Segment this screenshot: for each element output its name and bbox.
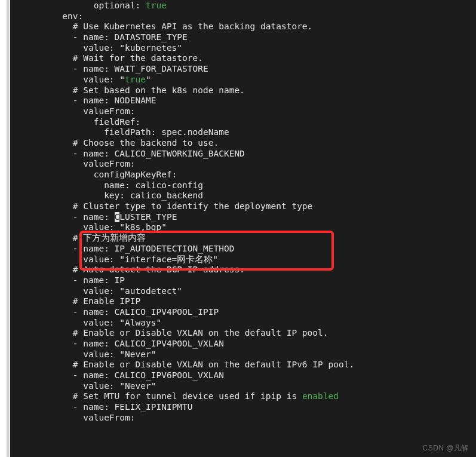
- code-line: value: "true": [10, 75, 476, 85]
- code-line: - name: IP: [10, 275, 476, 286]
- code-line: valueFrom:: [10, 413, 476, 424]
- left-gutter-shadow: [7, 0, 9, 457]
- code-line: # Cluster type to identify the deploymen…: [10, 201, 476, 212]
- code-line: - name: FELIX_IPINIPMTU: [10, 402, 476, 413]
- terminal-code-block: optional: true env: # Use Kubernetes API…: [10, 0, 476, 457]
- keyword-highlight: enabled: [302, 391, 339, 401]
- code-line: value: "Never": [10, 349, 476, 360]
- code-line: configMapKeyRef:: [10, 170, 476, 180]
- code-line: value: "kubernetes": [10, 43, 476, 54]
- code-line: # Set MTU for tunnel device used if ipip…: [10, 391, 476, 402]
- code-line: value: "Always": [10, 318, 476, 329]
- code-line: - name: CALICO_IPV4POOL_VXLAN: [10, 339, 476, 349]
- code-line: value: "Never": [10, 381, 476, 392]
- code-line: valueFrom:: [10, 106, 476, 117]
- code-line: - name: NODENAME: [10, 96, 476, 106]
- code-line: # Choose the backend to use.: [10, 138, 476, 149]
- code-line: optional: true: [10, 1, 476, 11]
- code-line: - name: CALICO_NETWORKING_BACKEND: [10, 149, 476, 160]
- code-line: # 下方为新增内容: [10, 233, 476, 244]
- code-line: - name: CALICO_IPV6POOL_VXLAN: [10, 370, 476, 381]
- code-line: # Auto-detect the BGP IP address.: [10, 265, 476, 275]
- code-line: - name: CALICO_IPV4POOL_IPIP: [10, 307, 476, 318]
- watermark-text: CSDN @凡解: [422, 443, 469, 453]
- code-line: name: calico-config: [10, 180, 476, 191]
- code-line: value: "k8s,bgp": [10, 222, 476, 233]
- code-line: - name: DATASTORE_TYPE: [10, 32, 476, 43]
- code-line: # Use Kubernetes API as the backing data…: [10, 22, 476, 32]
- code-line: fieldRef:: [10, 117, 476, 128]
- code-line: valueFrom:: [10, 159, 476, 170]
- code-line: value: "interface=网卡名称": [10, 254, 476, 265]
- code-line: # Enable or Disable VXLAN on the default…: [10, 328, 476, 339]
- code-line: # Enable IPIP: [10, 296, 476, 307]
- keyword-highlight: true: [125, 75, 146, 84]
- left-gutter: [0, 0, 9, 457]
- code-line: # Enable or Disable VXLAN on the default…: [10, 360, 476, 370]
- code-line: value: "autodetect": [10, 286, 476, 297]
- code-line: - name: WAIT_FOR_DATASTORE: [10, 64, 476, 75]
- code-line: # Set based on the k8s node name.: [10, 85, 476, 96]
- code-line: # Wait for the datastore.: [10, 53, 476, 64]
- code-line: key: calico_backend: [10, 191, 476, 201]
- code-line: - name: IP_AUTODETECTION_METHOD: [10, 244, 476, 254]
- code-line: fieldPath: spec.nodeName: [10, 127, 476, 138]
- keyword-highlight: true: [146, 1, 167, 10]
- code-line: - name: CLUSTER_TYPE: [10, 212, 476, 223]
- code-line: env:: [10, 11, 476, 22]
- text-cursor: C: [115, 212, 120, 223]
